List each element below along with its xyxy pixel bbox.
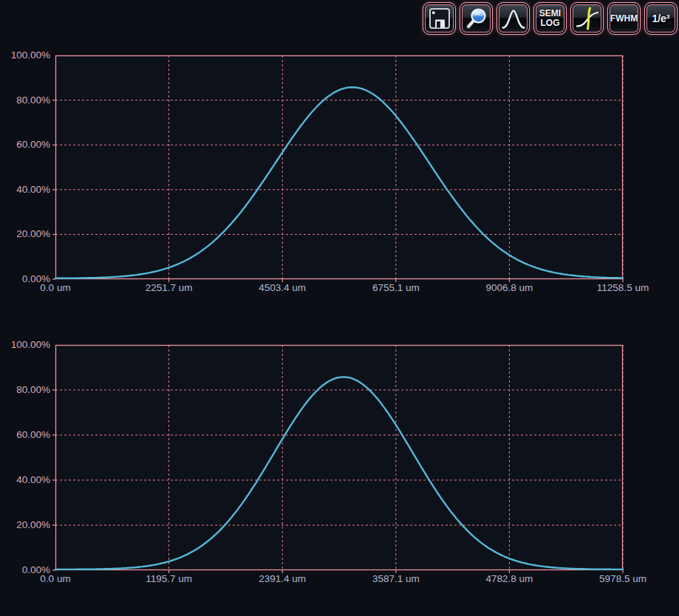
y-tick-label: 100.00% bbox=[0, 339, 50, 351]
toolbar: SEMI LOG FWHM 1/e² bbox=[423, 2, 678, 35]
x-tick-label: 6755.1 um bbox=[372, 282, 420, 293]
beam-profile-plot-2[interactable] bbox=[55, 345, 623, 570]
y-tick-label: 20.00% bbox=[0, 228, 50, 240]
x-tick-label: 2251.7 um bbox=[146, 282, 193, 293]
x-tick-label: 0.0 um bbox=[40, 573, 70, 584]
y-tick-label: 40.00% bbox=[0, 184, 50, 196]
x-tick-label: 5978.5 um bbox=[599, 573, 646, 584]
floppy-disk-icon bbox=[427, 6, 452, 31]
x-tick-label: 11258.5 um bbox=[597, 282, 649, 293]
y-tick-label: 40.00% bbox=[0, 474, 50, 486]
save-button[interactable] bbox=[423, 2, 456, 35]
fwhm-label: FWHM bbox=[610, 14, 638, 24]
chart-2-y-axis-labels: 100.00% 80.00% 60.00% 40.00% 20.00% 0.00… bbox=[0, 345, 52, 570]
chart-2-x-axis-labels: 0.0 um 1195.7 um 2391.4 um 3587.1 um 478… bbox=[55, 573, 623, 586]
knife-edge-curve-icon bbox=[575, 6, 600, 31]
semilog-button[interactable]: SEMI LOG bbox=[533, 2, 567, 35]
y-tick-label: 100.00% bbox=[0, 49, 50, 61]
x-tick-label: 2391.4 um bbox=[259, 573, 306, 584]
chart-1-y-axis-labels: 100.00% 80.00% 60.00% 40.00% 20.00% 0.00… bbox=[0, 55, 52, 279]
y-tick-label: 60.00% bbox=[0, 429, 50, 441]
fwhm-button[interactable]: FWHM bbox=[607, 2, 641, 35]
y-tick-label: 80.00% bbox=[0, 384, 50, 396]
beam-profile-plot-1[interactable] bbox=[55, 55, 623, 279]
y-tick-label: 60.00% bbox=[0, 139, 50, 151]
y-tick-label: 20.00% bbox=[0, 519, 50, 531]
x-tick-label: 1195.7 um bbox=[146, 573, 192, 584]
zoom-button[interactable] bbox=[460, 2, 493, 35]
semilog-label: SEMI LOG bbox=[539, 9, 561, 28]
x-tick-label: 9006.8 um bbox=[485, 282, 533, 293]
knife-edge-button[interactable] bbox=[570, 2, 604, 35]
x-tick-label: 0.0 um bbox=[40, 282, 70, 293]
gaussian-fit-button[interactable] bbox=[497, 2, 530, 35]
inv-e-squared-button[interactable]: 1/e² bbox=[644, 2, 678, 35]
x-tick-label: 4503.4 um bbox=[259, 282, 306, 293]
chart-1-x-axis-labels: 0.0 um 2251.7 um 4503.4 um 6755.1 um 900… bbox=[55, 282, 623, 295]
x-tick-label: 3587.1 um bbox=[372, 573, 420, 584]
inv-e-squared-label: 1/e² bbox=[652, 13, 669, 24]
x-tick-label: 4782.8 um bbox=[485, 573, 533, 584]
y-tick-label: 80.00% bbox=[0, 95, 50, 106]
magnifier-icon bbox=[464, 6, 489, 31]
gaussian-curve-icon bbox=[501, 6, 526, 31]
